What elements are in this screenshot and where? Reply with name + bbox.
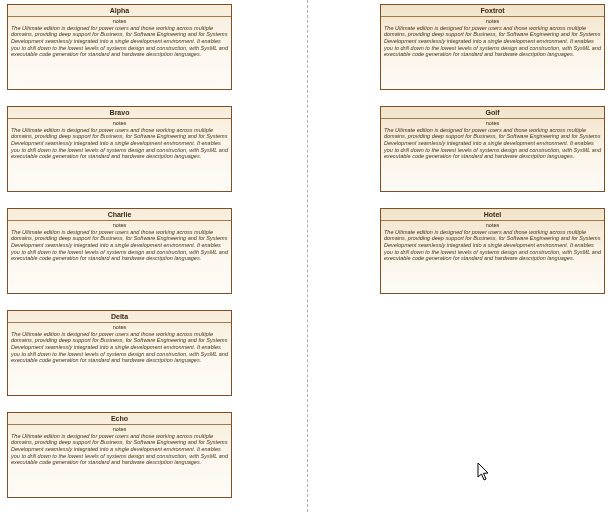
- card-body-text: The Ultimate edition is designed for pow…: [381, 126, 604, 162]
- diagram-element-hotel[interactable]: Hotel notes The Ultimate edition is desi…: [380, 208, 605, 294]
- card-body-text: The Ultimate edition is designed for pow…: [381, 24, 604, 60]
- card-body-text: The Ultimate edition is designed for pow…: [8, 228, 231, 264]
- card-title: Delta: [8, 311, 231, 321]
- diagram-element-alpha[interactable]: Alpha notes The Ultimate edition is desi…: [7, 4, 232, 90]
- diagram-element-golf[interactable]: Golf notes The Ultimate edition is desig…: [380, 106, 605, 192]
- card-title: Bravo: [8, 107, 231, 117]
- card-title: Golf: [381, 107, 604, 117]
- card-title: Hotel: [381, 209, 604, 219]
- card-body-text: The Ultimate edition is designed for pow…: [8, 24, 231, 60]
- diagram-element-echo[interactable]: Echo notes The Ultimate edition is desig…: [7, 412, 232, 498]
- card-title: Alpha: [8, 5, 231, 15]
- card-body-text: The Ultimate edition is designed for pow…: [381, 228, 604, 264]
- card-title: Foxtrot: [381, 5, 604, 15]
- left-column: Alpha notes The Ultimate edition is desi…: [7, 4, 234, 512]
- card-notes-label: notes: [8, 425, 231, 432]
- card-notes-label: notes: [8, 17, 231, 24]
- card-notes-label: notes: [381, 119, 604, 126]
- page-divider: [307, 0, 308, 512]
- card-notes-label: notes: [381, 221, 604, 228]
- card-title: Charlie: [8, 209, 231, 219]
- card-notes-label: notes: [8, 221, 231, 228]
- card-notes-label: notes: [381, 17, 604, 24]
- diagram-element-delta[interactable]: Delta notes The Ultimate edition is desi…: [7, 310, 232, 396]
- diagram-element-foxtrot[interactable]: Foxtrot notes The Ultimate edition is de…: [380, 4, 605, 90]
- diagram-element-bravo[interactable]: Bravo notes The Ultimate edition is desi…: [7, 106, 232, 192]
- card-notes-label: notes: [8, 323, 231, 330]
- card-body-text: The Ultimate edition is designed for pow…: [8, 330, 231, 366]
- card-notes-label: notes: [8, 119, 231, 126]
- card-title: Echo: [8, 413, 231, 423]
- card-body-text: The Ultimate edition is designed for pow…: [8, 432, 231, 468]
- diagram-element-charlie[interactable]: Charlie notes The Ultimate edition is de…: [7, 208, 232, 294]
- card-body-text: The Ultimate edition is designed for pow…: [8, 126, 231, 162]
- right-column: Foxtrot notes The Ultimate edition is de…: [380, 4, 607, 310]
